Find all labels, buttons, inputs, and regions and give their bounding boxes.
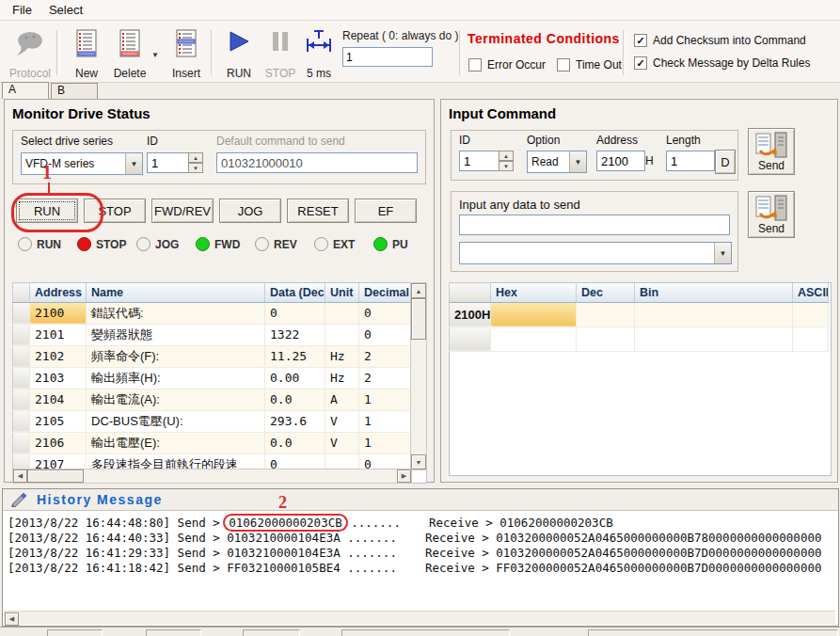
cell-name[interactable]: DC-BUS電壓(U): xyxy=(87,410,265,432)
cell-hex[interactable] xyxy=(491,326,577,351)
drive-button-jog[interactable]: JOG xyxy=(219,199,281,223)
cell-unit[interactable]: Hz xyxy=(325,367,359,389)
cell-decimal[interactable]: 1 xyxy=(359,410,411,432)
cell-data[interactable]: 0.0 xyxy=(265,432,325,453)
spinner-down-icon[interactable]: ▼ xyxy=(188,163,203,173)
drive-button-reset[interactable]: RESET xyxy=(287,199,349,223)
interval-button[interactable]: 5 ms xyxy=(297,27,341,82)
scroll-right-icon[interactable]: ▶ xyxy=(397,469,411,483)
drive-button-fwd-rev[interactable]: FWD/REV xyxy=(151,199,214,223)
cell-decimal[interactable]: 2 xyxy=(359,367,411,389)
spinner-up-icon[interactable]: ▲ xyxy=(188,152,203,163)
cell-unit[interactable] xyxy=(325,302,359,324)
scroll-left-icon[interactable]: ◀ xyxy=(13,469,27,483)
cell-data[interactable]: 0 xyxy=(265,302,325,324)
ic-id-input[interactable] xyxy=(459,151,500,171)
run-toolbar-button[interactable]: RUN xyxy=(216,27,262,82)
row-header-cell[interactable] xyxy=(13,432,30,453)
cell-name[interactable]: 輸出電壓(E): xyxy=(87,432,265,453)
ic-id-spinner[interactable]: ▲▼ xyxy=(499,151,514,171)
time-out-checkbox-row[interactable]: Time Out xyxy=(557,58,622,72)
column-header-address[interactable]: Address xyxy=(30,283,87,303)
send-command-button[interactable]: Send xyxy=(748,128,795,175)
cell-decimal[interactable]: 0 xyxy=(359,302,411,324)
cell-ascii[interactable] xyxy=(793,326,829,351)
row-header-cell[interactable] xyxy=(13,324,30,345)
any-data-dropdown-icon[interactable]: ▼ xyxy=(714,243,731,263)
column-header-bin[interactable]: Bin xyxy=(635,283,793,303)
error-occur-checkbox-row[interactable]: Error Occur xyxy=(468,58,546,72)
cell-name[interactable]: 頻率命令(F): xyxy=(87,345,265,367)
delete-dropdown-arrow[interactable]: ▼ xyxy=(151,51,159,59)
row-header-cell[interactable] xyxy=(450,326,491,351)
any-data-history-combobox[interactable]: ▼ xyxy=(459,242,732,264)
protocol-button[interactable]: Protocol xyxy=(4,27,56,82)
column-header-unit[interactable]: Unit xyxy=(325,283,359,303)
cell-data[interactable]: 293.6 xyxy=(265,410,325,432)
check-message-checkbox[interactable]: ✓ xyxy=(634,56,647,70)
cell-unit[interactable]: A xyxy=(325,389,359,410)
cell-address[interactable]: 2103 xyxy=(30,367,87,389)
spinner-up-icon[interactable]: ▲ xyxy=(499,151,514,161)
monitor-table-vscrollbar[interactable]: ▲ ▼ xyxy=(410,282,427,470)
tab-b[interactable]: B xyxy=(51,83,98,99)
row-header-cell[interactable]: 2100H xyxy=(450,302,491,326)
tab-a[interactable]: A xyxy=(2,82,49,99)
cell-decimal[interactable]: 2 xyxy=(359,345,411,367)
hscroll-thumb[interactable] xyxy=(27,469,84,483)
cell-hex[interactable] xyxy=(491,302,577,326)
check-message-checkbox-row[interactable]: ✓ Check Message by Delta Rules xyxy=(634,56,810,70)
drive-button-run[interactable]: RUN xyxy=(16,199,78,223)
drive-button-ef[interactable]: EF xyxy=(355,199,417,223)
ic-address-input[interactable] xyxy=(596,151,645,171)
scroll-down-icon[interactable]: ▼ xyxy=(411,454,426,469)
cell-address[interactable]: 2104 xyxy=(30,389,87,410)
scroll-up-icon[interactable]: ▲ xyxy=(411,283,426,298)
cell-bin[interactable] xyxy=(635,326,793,351)
cell-bin[interactable] xyxy=(635,302,793,326)
monitor-table-hscrollbar[interactable]: ◀ ▶ xyxy=(12,469,412,484)
menu-file[interactable]: File xyxy=(4,1,40,19)
vscroll-thumb[interactable] xyxy=(411,298,426,340)
cell-name[interactable]: 錯誤代碼: xyxy=(87,302,265,324)
row-header-cell[interactable] xyxy=(13,410,30,432)
add-checksum-checkbox[interactable]: ✓ xyxy=(634,34,647,47)
monitor-id-input[interactable] xyxy=(147,152,190,173)
menu-select[interactable]: Select xyxy=(40,1,91,19)
history-hscrollbar[interactable]: ◀ xyxy=(4,611,835,625)
cell-unit[interactable]: V xyxy=(325,432,359,453)
drive-series-dropdown-icon[interactable]: ▼ xyxy=(125,153,142,174)
column-header-hex[interactable]: Hex xyxy=(491,283,577,303)
monitor-id-spinner[interactable]: ▲▼ xyxy=(188,152,203,173)
cell-data[interactable]: 11.25 xyxy=(265,345,325,367)
row-header-cell[interactable] xyxy=(13,302,30,324)
cell-decimal[interactable]: 0 xyxy=(359,324,411,345)
delete-button[interactable]: Delete xyxy=(107,27,152,82)
stop-toolbar-button[interactable]: STOP xyxy=(260,27,301,82)
cell-unit[interactable]: Hz xyxy=(325,345,359,367)
new-button[interactable]: New xyxy=(64,27,109,82)
ic-option-dropdown-icon[interactable]: ▼ xyxy=(569,151,586,172)
cell-data[interactable]: 0.00 xyxy=(265,367,325,389)
scroll-left-icon[interactable]: ◀ xyxy=(5,612,19,626)
cell-address[interactable]: 2106 xyxy=(30,432,87,453)
time-out-checkbox[interactable] xyxy=(557,58,570,72)
cell-address[interactable]: 2101 xyxy=(30,324,87,345)
drive-series-combobox[interactable]: VFD-M series ▼ xyxy=(21,152,143,175)
cell-address[interactable]: 2105 xyxy=(30,410,87,432)
drive-button-stop[interactable]: STOP xyxy=(84,199,146,223)
history-log[interactable]: [2013/8/22 16:44:48:80] Send > 010620000… xyxy=(4,511,837,620)
row-header-cell[interactable] xyxy=(13,345,30,367)
ic-option-combobox[interactable]: Read ▼ xyxy=(527,151,587,173)
ic-length-unit-button[interactable]: D xyxy=(715,150,736,174)
any-data-input[interactable] xyxy=(459,215,730,235)
default-command-input[interactable] xyxy=(216,152,418,173)
column-header-datadec[interactable]: Data (Dec) xyxy=(265,283,325,303)
cell-address[interactable]: 2100 xyxy=(30,302,87,324)
row-header-cell[interactable] xyxy=(13,389,30,410)
cell-decimal[interactable]: 1 xyxy=(359,432,411,453)
cell-address[interactable]: 2102 xyxy=(30,345,87,367)
cell-name[interactable]: 輸出電流(A): xyxy=(87,389,265,410)
cell-dec[interactable] xyxy=(577,326,635,351)
cell-data[interactable]: 1322 xyxy=(265,324,325,345)
